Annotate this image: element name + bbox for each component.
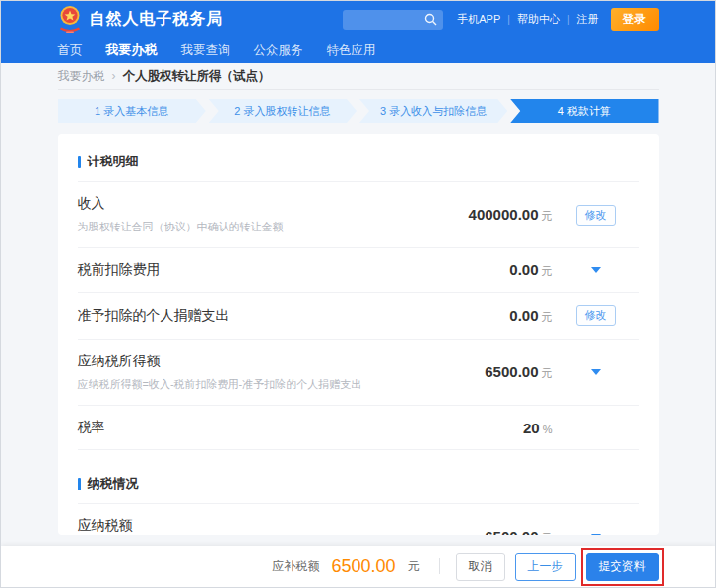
income-unit: 元 [542,210,553,222]
section-tax-status-header: 纳税情况 [78,460,639,503]
pre-deduction-expand-arrow-icon[interactable] [591,267,601,273]
app-title: 自然人电子税务局 [90,9,224,30]
tax-due-unit: 元 [408,558,420,575]
search-input[interactable] [349,14,424,26]
pre-deduction-label: 税前扣除费用 [78,261,510,279]
nav-item-home[interactable]: 首页 [58,42,83,59]
tax-rate-label: 税率 [78,419,524,436]
breadcrumb-parent[interactable]: 我要办税 [58,68,105,85]
section-title-tax-status: 纳税情况 [88,475,139,492]
taxable-income-expand-arrow-icon[interactable] [591,369,601,375]
tax-payable-unit: 元 [542,532,553,535]
tax-rate-unit: % [543,424,553,435]
income-note: 为股权转让合同（协议）中确认的转让金额 [78,220,469,234]
row-income: 收入 为股权转让合同（协议）中确认的转让金额 400000.00元 修改 [78,182,639,248]
step-4-tax-calculation[interactable]: 4 税款计算 [510,99,658,123]
header-link-separator: | [567,14,570,25]
submit-documents-button[interactable]: 提交资料 [586,553,659,581]
section-bar-icon [78,156,81,168]
section-tax-detail-header: 计税明细 [78,138,639,181]
row-tax-rate: 税率 20% [78,406,639,450]
previous-step-button[interactable]: 上一步 [515,553,576,581]
header-link-separator: | [507,14,510,25]
step-1-basic-info[interactable]: 1 录入基本信息 [58,99,206,123]
nav-item-tax[interactable]: 我要办税 [106,41,158,59]
row-tax-payable: 应纳税额 应纳税额=应纳税所得额*税率 6500.00元 [78,504,639,535]
tax-payable-value: 6500.00元 [485,528,552,535]
income-label: 收入 [78,195,469,213]
row-donation-deduction: 准予扣除的个人捐赠支出 0.00元 修改 [78,293,639,340]
link-register[interactable]: 注册 [577,12,599,27]
step-2-transfer-info[interactable]: 2 录入股权转让信息 [209,99,357,123]
donation-value: 0.00元 [509,307,552,325]
row-taxable-income: 应纳税所得额 应纳税所得额=收入-税前扣除费用-准予扣除的个人捐赠支出 6500… [78,340,639,406]
breadcrumb-current: 个人股权转让所得（试点） [123,68,271,85]
nav-item-query[interactable]: 我要查询 [181,42,230,59]
login-button[interactable]: 登录 [611,8,659,31]
breadcrumb: 我要办税 › 个人股权转让所得（试点） [58,63,659,89]
tax-calculation-card: 计税明细 收入 为股权转让合同（协议）中确认的转让金额 400000.00元 修… [58,134,659,535]
pre-deduction-value: 0.00元 [509,261,552,279]
taxable-income-unit: 元 [542,367,553,379]
taxable-income-note: 应纳税所得额=收入-税前扣除费用-准予扣除的个人捐赠支出 [78,377,486,392]
donation-label: 准予扣除的个人捐赠支出 [78,307,510,325]
footer-separator [439,558,440,574]
cancel-button[interactable]: 取消 [456,553,505,581]
income-modify-button[interactable]: 修改 [576,205,616,226]
row-pre-tax-deduction: 税前扣除费用 0.00元 [78,248,639,293]
donation-unit: 元 [542,311,553,323]
tax-rate-value: 20% [523,420,552,436]
main-nav: 首页 我要办税 我要查询 公众服务 特色应用 [58,37,659,63]
step-wizard: 1 录入基本信息 2 录入股权转让信息 3 录入收入与扣除信息 4 税款计算 [58,99,659,123]
tax-payable-label: 应纳税额 [78,517,486,535]
tax-due-label: 应补税额 [272,558,319,575]
top-header: 自然人电子税务局 手机APP | 帮助中心 | 注册 登录 首页 我要办税 我要… [1,1,715,63]
income-value: 400000.00元 [469,206,553,224]
taxable-income-label: 应纳税所得额 [78,353,486,370]
breadcrumb-divider [58,89,659,90]
link-mobile-app[interactable]: 手机APP [457,12,500,27]
section-bar-icon [78,478,81,490]
tax-payable-expand-arrow-icon[interactable] [591,534,601,535]
tax-emblem-logo [58,5,82,34]
nav-item-special-apps[interactable]: 特色应用 [327,42,376,59]
nav-item-public-service[interactable]: 公众服务 [254,42,303,59]
app-window: 自然人电子税务局 手机APP | 帮助中心 | 注册 登录 首页 我要办税 我要… [0,0,716,588]
link-help-center[interactable]: 帮助中心 [517,12,560,27]
donation-modify-button[interactable]: 修改 [576,305,616,326]
search-icon[interactable] [424,13,437,26]
taxable-income-value: 6500.00元 [485,363,552,381]
tax-due-value: 6500.00 [331,556,395,577]
breadcrumb-separator-icon: › [112,69,116,83]
section-title-tax-detail: 计税明细 [88,153,139,170]
search-box[interactable] [343,10,443,30]
step-3-income-deduction[interactable]: 3 录入收入与扣除信息 [359,99,507,123]
bottom-action-bar: 应补税额 6500.00 元 取消 上一步 提交资料 [1,546,715,587]
pre-deduction-unit: 元 [542,265,553,277]
